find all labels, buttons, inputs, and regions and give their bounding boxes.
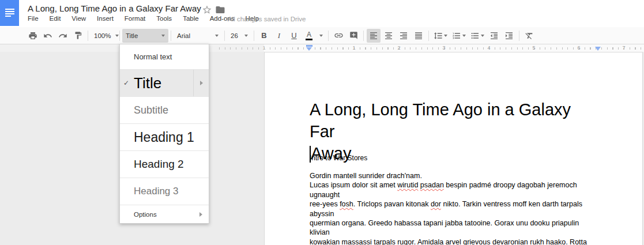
align-center-button[interactable] <box>382 29 396 43</box>
style-menu-item-heading3[interactable]: Heading 3 <box>120 178 209 205</box>
style-menu-item-title[interactable]: ✓ Title <box>120 70 209 97</box>
insert-link-button[interactable] <box>332 29 345 43</box>
align-right-icon <box>399 31 408 40</box>
document-title-input[interactable]: A Long, Long Time Ago in a Galaxy Far Aw… <box>28 3 201 13</box>
document-page[interactable]: A Long, Long Time Ago in a Galaxy Far Aw… <box>264 52 643 245</box>
font-size-dropdown[interactable]: 26 <box>227 29 251 43</box>
bold-button[interactable]: B <box>257 29 271 43</box>
redo-icon <box>58 31 67 40</box>
docs-logo[interactable] <box>0 0 19 26</box>
header: A Long, Long Time Ago in a Galaxy Far Aw… <box>0 0 644 27</box>
style-value: Title <box>126 32 138 39</box>
bold-label: B <box>261 31 266 40</box>
style-menu-item-normal-text[interactable]: Normal text <box>120 44 209 70</box>
ruler-number: 1 <box>352 45 355 51</box>
highlight-color-dropdown[interactable] <box>317 29 325 43</box>
checkmark-icon: ✓ <box>123 79 129 87</box>
paragraph-style-menu: Normal text ✓ Title Subtitle Heading 1 H… <box>119 44 209 224</box>
undo-button[interactable] <box>41 29 55 43</box>
style-menu-item-subtitle[interactable]: Subtitle <box>120 97 209 124</box>
bulleted-list-button[interactable] <box>469 29 486 43</box>
body-line: Gordin mantell sunrider drach'nam. <box>310 171 598 180</box>
text-color-button[interactable]: A <box>302 29 316 43</box>
ruler-number: 7 <box>622 45 625 51</box>
body-line: Lucas ipsum dolor sit amet wirutid psada… <box>310 180 598 199</box>
style-menu-label: Heading 2 <box>120 158 184 171</box>
menu-edit[interactable]: Edit <box>50 15 61 22</box>
align-left-button[interactable] <box>367 29 381 43</box>
redo-button[interactable] <box>56 29 70 43</box>
document-canvas: A Long, Long Time Ago in a Galaxy Far Aw… <box>0 52 644 245</box>
line-spacing-icon <box>434 31 443 40</box>
bulleted-list-icon <box>470 31 480 40</box>
align-right-button[interactable] <box>397 29 410 43</box>
body-line: ree-yees fosh. Triclops pavan kitonak do… <box>310 199 598 218</box>
left-indent-marker[interactable] <box>306 45 312 51</box>
style-menu-label: Normal text <box>120 52 172 61</box>
decrease-indent-icon <box>489 31 499 40</box>
increase-indent-button[interactable] <box>502 29 516 43</box>
doc-heading-text: Intro to War Stores <box>310 154 367 162</box>
title-submenu-arrow[interactable] <box>193 70 209 96</box>
increase-indent-icon <box>504 31 514 40</box>
style-menu-label: Subtitle <box>120 104 168 116</box>
align-justify-icon <box>414 31 423 40</box>
ruler-number: 6 <box>577 45 580 51</box>
zoom-dropdown[interactable]: 100% <box>91 29 117 43</box>
menu-file[interactable]: File <box>28 15 39 22</box>
menu-format[interactable]: Format <box>125 15 145 22</box>
ruler-number: 2 <box>397 45 400 51</box>
ruler[interactable]: 1 1 2 3 4 5 6 7 <box>0 44 644 52</box>
menu-view[interactable]: View <box>71 15 86 22</box>
ruler-number: 5 <box>532 45 535 51</box>
misspelled-word: dor <box>431 200 441 208</box>
star-icon[interactable] <box>202 5 212 15</box>
chevron-right-icon <box>200 81 203 85</box>
line-spacing-button[interactable] <box>432 29 449 43</box>
menu-tools[interactable]: Tools <box>156 15 172 22</box>
font-dropdown[interactable]: Arial <box>174 29 222 43</box>
underline-label: U <box>291 31 296 40</box>
italic-button[interactable]: I <box>272 29 286 43</box>
style-menu-label: Heading 1 <box>120 130 194 145</box>
style-menu-item-heading2[interactable]: Heading 2 <box>120 151 209 178</box>
chevron-down-icon <box>462 35 466 37</box>
misspelled-word: wirutid <box>397 181 418 189</box>
align-justify-button[interactable] <box>412 29 425 43</box>
style-menu-item-options[interactable]: Options <box>120 205 209 223</box>
menu-insert[interactable]: Insert <box>97 15 114 22</box>
font-size-value: 26 <box>231 32 238 39</box>
paint-format-icon <box>74 31 82 40</box>
clear-formatting-icon <box>525 31 534 40</box>
align-center-icon <box>384 31 393 40</box>
ruler-number: 4 <box>487 45 490 51</box>
paint-format-button[interactable] <box>71 29 85 43</box>
doc-title-line1: A Long, Long Time Ago in a Galaxy Far <box>310 99 598 142</box>
save-status[interactable]: All changes saved in Drive <box>228 16 306 22</box>
misspelled-word: psadan <box>420 181 444 189</box>
toolbar: 100% Title Arial 26 B I U A <box>0 27 644 44</box>
chevron-right-icon <box>199 212 202 217</box>
chevron-down-icon <box>444 35 447 37</box>
decrease-indent-button[interactable] <box>487 29 501 43</box>
underline-button[interactable]: U <box>287 29 301 43</box>
chevron-down-icon <box>481 35 484 37</box>
print-button[interactable] <box>26 29 40 43</box>
misspelled-word: fosh <box>340 200 353 208</box>
undo-icon <box>43 31 52 40</box>
chevron-down-icon <box>115 35 119 37</box>
text-color-icon: A <box>307 31 311 40</box>
style-dropdown[interactable]: Title <box>122 29 168 43</box>
insert-comment-button[interactable] <box>347 29 360 43</box>
style-menu-label: Heading 3 <box>120 186 179 197</box>
numbered-list-button[interactable] <box>450 29 468 43</box>
body-line: quermian organa. Greedo habassa tapani j… <box>310 218 598 238</box>
folder-icon[interactable] <box>215 5 225 15</box>
clear-formatting-button[interactable] <box>522 29 536 43</box>
zoom-value: 100% <box>94 32 111 39</box>
right-indent-marker[interactable] <box>595 47 601 51</box>
docs-logo-lines <box>5 9 14 18</box>
style-menu-item-heading1[interactable]: Heading 1 <box>120 124 209 151</box>
google-docs-window: A Long, Long Time Ago in a Galaxy Far Aw… <box>0 0 644 245</box>
menu-table[interactable]: Table <box>183 15 199 22</box>
